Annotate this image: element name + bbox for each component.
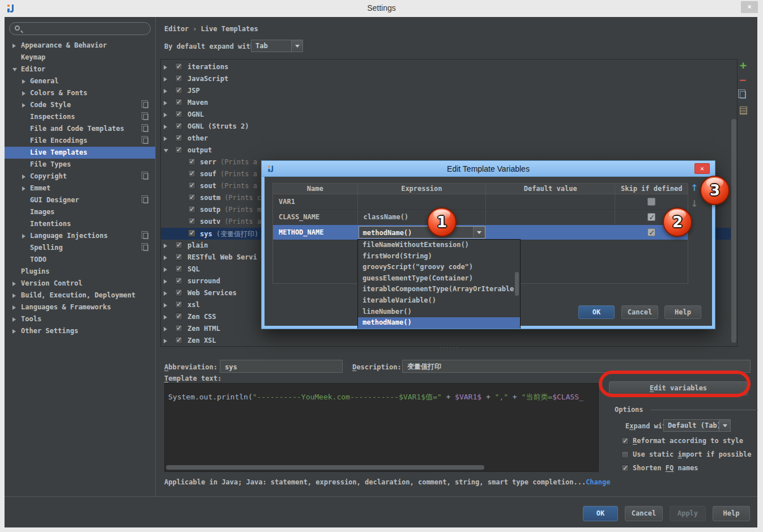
sidebar-item-intentions[interactable]: Intentions: [5, 218, 155, 230]
duplicate-icon[interactable]: [740, 91, 746, 99]
tree-group-zen-xsl[interactable]: Zen XSL: [161, 335, 731, 346]
sidebar-item-other-settings[interactable]: Other Settings: [5, 325, 155, 337]
move-up-icon[interactable]: ↑: [690, 182, 698, 193]
abbreviation-input[interactable]: [220, 360, 343, 373]
template-text-editor[interactable]: System.out.println("----------YouMeek.co…: [164, 383, 599, 472]
template-checkbox[interactable]: [175, 301, 182, 308]
template-checkbox[interactable]: [175, 289, 182, 296]
sidebar-item-build-execution-deployment[interactable]: Build, Execution, Deployment: [5, 290, 155, 301]
chevron-right-icon[interactable]: [22, 175, 25, 179]
variable-row-var1[interactable]: VAR1: [273, 194, 688, 210]
change-context-link[interactable]: Change: [586, 478, 610, 486]
template-checkbox[interactable]: [175, 146, 182, 154]
chevron-right-icon[interactable]: [22, 91, 25, 96]
sidebar-item-file-types[interactable]: File Types: [5, 159, 155, 171]
sidebar-item-inspections[interactable]: Inspections: [5, 111, 155, 123]
chevron-right-icon[interactable]: [22, 186, 25, 191]
move-down-icon[interactable]: ↓: [690, 198, 698, 209]
template-checkbox[interactable]: [175, 253, 182, 261]
sidebar-item-file-encodings[interactable]: File Encodings: [5, 135, 155, 147]
chevron-right-icon[interactable]: [164, 137, 167, 141]
skip-if-defined-checkbox[interactable]: [647, 198, 655, 206]
sidebar-item-images[interactable]: Images: [5, 206, 155, 218]
chevron-right-icon[interactable]: [164, 279, 167, 284]
chevron-right-icon[interactable]: [164, 339, 167, 343]
chevron-right-icon[interactable]: [164, 113, 167, 117]
breadcrumb-parent[interactable]: Editor: [164, 25, 189, 33]
template-checkbox[interactable]: [175, 75, 182, 82]
template-checkbox[interactable]: [188, 194, 195, 201]
expression-combobox[interactable]: methodName(): [359, 226, 485, 239]
chevron-right-icon[interactable]: [12, 305, 16, 310]
dropdown-item-groovyscript-groovy-code[interactable]: groovyScript("groovy code"): [358, 262, 520, 273]
expand-with-combobox[interactable]: Default (Tab): [663, 419, 731, 432]
dropdown-item-firstword-string[interactable]: firstWord(String): [358, 251, 520, 262]
sidebar-item-gui-designer[interactable]: GUI Designer: [5, 194, 155, 206]
sidebar-item-languages-frameworks[interactable]: Languages & Frameworks: [5, 301, 155, 313]
chevron-right-icon[interactable]: [164, 256, 167, 260]
sidebar-item-todo[interactable]: TODO: [5, 254, 155, 266]
ok-button[interactable]: OK: [583, 506, 618, 521]
template-checkbox[interactable]: [175, 337, 182, 344]
sidebar-item-editor[interactable]: Editor: [5, 63, 155, 75]
sidebar-item-tools[interactable]: Tools: [5, 313, 155, 325]
remove-icon[interactable]: —: [740, 76, 745, 84]
template-checkbox[interactable]: [175, 63, 182, 70]
default-expand-combobox[interactable]: Tab: [251, 40, 303, 52]
skip-if-defined-checkbox[interactable]: [647, 213, 655, 221]
chevron-down-icon[interactable]: [719, 420, 730, 431]
dropdown-scrollbar-thumb[interactable]: [515, 272, 519, 296]
cancel-button[interactable]: Cancel: [625, 506, 663, 521]
add-icon[interactable]: +: [740, 60, 747, 70]
skip-if-defined-checkbox[interactable]: [647, 228, 655, 236]
window-close-button[interactable]: ×: [741, 1, 758, 13]
chevron-right-icon[interactable]: [164, 303, 167, 308]
sidebar-item-code-style[interactable]: Code Style: [5, 99, 155, 111]
sidebar-item-plugins[interactable]: Plugins: [5, 266, 155, 278]
option-checkbox[interactable]: [621, 451, 629, 458]
template-checkbox[interactable]: [188, 206, 195, 213]
tree-group-javascript[interactable]: JavaScript: [161, 73, 731, 85]
sidebar-item-language-injections[interactable]: Language Injections: [5, 230, 155, 242]
template-checkbox[interactable]: [175, 313, 182, 320]
chevron-down-icon[interactable]: [473, 227, 485, 238]
editor-hscrollbar-thumb[interactable]: [166, 465, 484, 470]
chevron-right-icon[interactable]: [12, 282, 16, 286]
help-button[interactable]: Help: [713, 506, 750, 521]
template-checkbox[interactable]: [175, 99, 182, 106]
chevron-right-icon[interactable]: [164, 315, 167, 320]
template-checkbox[interactable]: [188, 229, 195, 237]
template-checkbox[interactable]: [175, 265, 182, 273]
variable-row-class-name[interactable]: CLASS_NAMEclassName(): [273, 210, 688, 225]
option-checkbox[interactable]: [621, 465, 629, 472]
sidebar-item-emmet[interactable]: Emmet: [5, 182, 155, 194]
tree-group-jsp[interactable]: JSP: [161, 85, 731, 97]
chevron-right-icon[interactable]: [164, 89, 167, 93]
chevron-right-icon[interactable]: [164, 125, 167, 129]
chevron-right-icon[interactable]: [164, 77, 167, 82]
dropdown-item-linenumber[interactable]: lineNumber(): [358, 307, 520, 318]
chevron-right-icon[interactable]: [22, 103, 25, 108]
sidebar-item-general[interactable]: General: [5, 75, 155, 87]
chevron-right-icon[interactable]: [12, 293, 16, 298]
sidebar-item-keymap[interactable]: Keymap: [5, 52, 155, 63]
chevron-right-icon[interactable]: [164, 291, 167, 296]
dropdown-item-filenamewithoutextension[interactable]: fileNameWithoutExtension(): [358, 240, 520, 251]
dropdown-item-iterablecomponenttype-arrayoriterable[interactable]: iterableComponentType(ArrayOrIterable): [358, 284, 520, 295]
template-checkbox[interactable]: [175, 87, 182, 94]
sidebar-item-spelling[interactable]: Spelling: [5, 242, 155, 254]
tree-group-maven[interactable]: Maven: [161, 97, 731, 109]
splitter-handle[interactable]: ······: [439, 346, 459, 349]
sidebar-item-file-and-code-templates[interactable]: File and Code Templates: [5, 123, 155, 135]
chevron-down-icon[interactable]: [12, 68, 17, 71]
apply-button[interactable]: Apply: [670, 506, 706, 521]
dropdown-item-methodname[interactable]: methodName(): [358, 317, 520, 329]
tree-group-iterations[interactable]: iterations: [161, 61, 731, 73]
template-checkbox[interactable]: [188, 182, 195, 189]
dialog-ok-button[interactable]: OK: [578, 305, 615, 319]
chevron-right-icon[interactable]: [22, 234, 25, 239]
dialog-close-button[interactable]: ✕: [694, 163, 710, 174]
restore-default-icon[interactable]: [740, 107, 747, 114]
chevron-right-icon[interactable]: [164, 65, 167, 70]
tree-group-ognl[interactable]: OGNL: [161, 109, 731, 121]
